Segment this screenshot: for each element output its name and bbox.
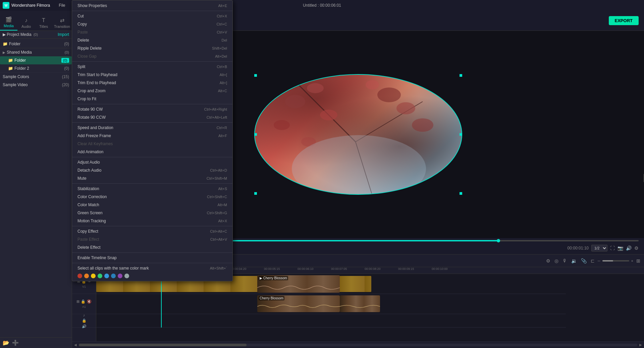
cm-rotate-ccw[interactable]: Rotate 90 CCW Ctrl+Alt+Left bbox=[72, 113, 232, 121]
cm-mute[interactable]: Mute Ctrl+Shift+M bbox=[72, 174, 232, 182]
color-dot-blue[interactable] bbox=[104, 274, 109, 278]
cm-copy-effect-label: Copy Effect bbox=[77, 229, 205, 234]
cm-trim-start[interactable]: Trim Start to Playhead Alt+[ bbox=[72, 71, 232, 79]
panel-bottom-icons: 📂 ➕ bbox=[0, 337, 72, 348]
cm-add-animation[interactable]: Add Animation bbox=[72, 148, 232, 156]
audio-clip-1[interactable]: Cherry Blossom bbox=[257, 295, 340, 312]
tree-folder-shared-active[interactable]: 📁 Folder (0) bbox=[0, 56, 72, 64]
music-track-lock[interactable]: 🔒 bbox=[82, 318, 87, 323]
cm-detach-audio[interactable]: Detach Audio Ctrl+Alt+D bbox=[72, 166, 232, 174]
volume-icon[interactable]: 🔊 bbox=[626, 245, 632, 251]
mic-button[interactable]: 🎙 bbox=[561, 257, 568, 265]
music-track-icon[interactable]: ♪ bbox=[83, 313, 85, 317]
music-track-vol[interactable]: 🔊 bbox=[82, 324, 87, 329]
handle-middle-right[interactable] bbox=[460, 133, 462, 136]
color-dot-purple[interactable] bbox=[118, 274, 122, 278]
svg-point-6 bbox=[396, 102, 415, 114]
cm-stabilization[interactable]: Stabilization Alt+S bbox=[72, 185, 232, 193]
handle-top-left[interactable] bbox=[254, 74, 257, 77]
sound-button[interactable]: 🔉 bbox=[570, 257, 578, 265]
export-button[interactable]: EXPORT bbox=[609, 16, 639, 25]
cm-green-screen-label: Green Screen bbox=[77, 211, 201, 215]
cm-adjust-audio[interactable]: Adjust Audio bbox=[72, 158, 232, 166]
cm-crop-fit[interactable]: Crop to Fit bbox=[72, 95, 232, 103]
menu-file[interactable]: File bbox=[57, 2, 67, 9]
titles-tab-label: Titles bbox=[39, 24, 48, 28]
cm-trim-end[interactable]: Trim End to Playhead Alt+] bbox=[72, 79, 232, 87]
add-folder-button[interactable]: ➕ bbox=[12, 340, 19, 346]
left-panel: 🎬 Media ♪ Audio T Titles ⇄ Transition ▶ … bbox=[0, 11, 72, 348]
tab-transition[interactable]: ⇄ Transition bbox=[52, 15, 72, 31]
audio-track-lock[interactable]: 🔒 bbox=[81, 299, 86, 304]
cm-ripple-delete[interactable]: Ripple Delete Shift+Del bbox=[72, 44, 232, 52]
cm-select-color-mark-shortcut: Alt+Shift+` bbox=[210, 266, 227, 270]
cm-delete-effect[interactable]: Delete Effect bbox=[72, 243, 232, 251]
import-button[interactable]: Import bbox=[58, 32, 69, 37]
color-dot-red[interactable] bbox=[77, 274, 82, 278]
svg-line-0 bbox=[288, 75, 356, 142]
expand-tl-button[interactable]: ⊞ bbox=[635, 257, 641, 265]
tree-sample-colors[interactable]: Sample Colors (15) bbox=[0, 72, 72, 81]
tab-media[interactable]: 🎬 Media bbox=[0, 14, 17, 31]
quality-select[interactable]: 1/2 Full 1/4 bbox=[591, 245, 607, 251]
clip-button[interactable]: 📎 bbox=[580, 257, 588, 265]
cm-color-correction[interactable]: Color Correction Ctrl+Shift+C bbox=[72, 193, 232, 201]
handle-middle-left[interactable] bbox=[254, 133, 257, 136]
audio-tab-label: Audio bbox=[21, 24, 31, 28]
tab-titles[interactable]: T Titles bbox=[35, 15, 52, 31]
fullscreen-icon[interactable]: ⛶ bbox=[610, 245, 615, 251]
handle-bottom-left[interactable] bbox=[254, 192, 257, 195]
cm-split[interactable]: Split Ctrl+B bbox=[72, 63, 232, 71]
cm-sep-2 bbox=[72, 61, 232, 62]
cm-color-match[interactable]: Color Match Alt+M bbox=[72, 201, 232, 209]
time-end-label: 00:00:01:10 bbox=[568, 246, 589, 250]
new-folder-button[interactable]: 📂 bbox=[3, 340, 9, 346]
mark-button[interactable]: ◎ bbox=[553, 257, 559, 265]
cm-select-color-mark[interactable]: Select all clips with the same color mar… bbox=[72, 264, 232, 272]
cm-cut[interactable]: Cut Ctrl+X bbox=[72, 12, 232, 20]
cm-show-properties[interactable]: Show Properties Alt+E bbox=[72, 2, 232, 10]
cm-copy[interactable]: Copy Ctrl+C bbox=[72, 20, 232, 28]
snap-button[interactable]: ⊏ bbox=[590, 257, 596, 265]
timeline-scrollbar[interactable] bbox=[79, 344, 637, 346]
settings-icon[interactable]: ⚙ bbox=[634, 245, 639, 251]
audio-label-1: Cherry Blossom bbox=[259, 296, 284, 300]
cm-green-screen[interactable]: Green Screen Ctrl+Shift+G bbox=[72, 209, 232, 217]
cm-detach-audio-shortcut: Ctrl+Alt+D bbox=[210, 168, 227, 172]
settings-tl-button[interactable]: ⚙ bbox=[545, 257, 551, 265]
zoom-slider[interactable] bbox=[602, 260, 629, 262]
audio-clip-2[interactable] bbox=[340, 295, 380, 312]
color-dot-dark-blue[interactable] bbox=[111, 274, 116, 278]
cm-show-properties-shortcut: Alt+E bbox=[218, 4, 227, 8]
cm-crop-zoom[interactable]: Crop and Zoom Alt+C bbox=[72, 87, 232, 95]
handle-top-right[interactable] bbox=[460, 74, 462, 77]
shared-media-section[interactable]: ▶ Shared Media (0) bbox=[0, 48, 72, 56]
progress-thumb[interactable] bbox=[497, 239, 500, 242]
sample-colors-label: Sample Colors bbox=[3, 74, 29, 79]
color-dot-yellow[interactable] bbox=[91, 274, 96, 278]
tree-sample-video[interactable]: Sample Video (20) bbox=[0, 81, 72, 89]
color-dot-gray[interactable] bbox=[124, 274, 129, 278]
cm-speed-duration[interactable]: Speed and Duration Ctrl+R bbox=[72, 124, 232, 132]
timeline-scrollbar-thumb[interactable] bbox=[79, 344, 247, 346]
handle-bottom-right[interactable] bbox=[460, 192, 462, 195]
tree-folder-2[interactable]: 📁 Folder 2 (0) bbox=[0, 64, 72, 72]
cm-sep-7 bbox=[72, 226, 232, 226]
color-dot-green[interactable] bbox=[98, 274, 102, 278]
audio-track-ctrl1[interactable]: ⊞ bbox=[76, 299, 79, 304]
tab-audio[interactable]: ♪ Audio bbox=[17, 15, 35, 31]
cm-freeze-frame[interactable]: Add Freeze Frame Alt+F bbox=[72, 132, 232, 140]
snapshot-icon[interactable]: 📷 bbox=[618, 245, 623, 251]
transition-tab-label: Transition bbox=[54, 24, 70, 28]
cm-crop-fit-label: Crop to Fit bbox=[77, 97, 222, 101]
cherry-blossom-clip[interactable]: ▶ Cherry Blossom bbox=[257, 275, 340, 293]
cm-delete[interactable]: Delete Del bbox=[72, 36, 232, 44]
cm-speed-duration-shortcut: Ctrl+R bbox=[217, 126, 227, 130]
cm-enable-snap[interactable]: Enable Timeline Snap bbox=[72, 254, 232, 262]
audio-track-mute[interactable]: 🔇 bbox=[87, 299, 92, 304]
tree-folder-project[interactable]: 📁 Folder (0) bbox=[0, 40, 72, 48]
cm-motion-tracking[interactable]: Motion Tracking Alt+X bbox=[72, 217, 232, 225]
cm-copy-effect[interactable]: Copy Effect Ctrl+Alt+C bbox=[72, 227, 232, 235]
color-dot-orange[interactable] bbox=[84, 274, 89, 278]
cm-rotate-cw[interactable]: Rotate 90 CW Ctrl+Alt+Right bbox=[72, 105, 232, 113]
